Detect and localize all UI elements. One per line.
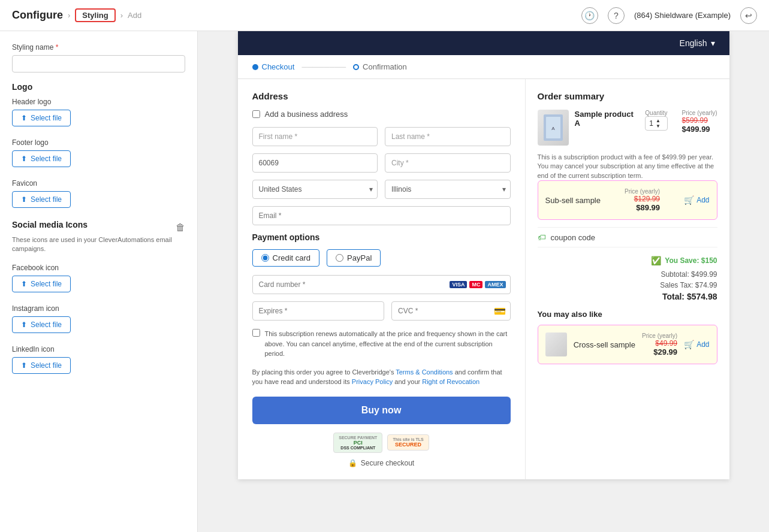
quantity-stepper[interactable]: ▲▼	[656, 118, 661, 129]
payment-options: Credit card PayPal	[252, 249, 511, 267]
secure-checkout-row: 🔒 Secure checkout	[252, 459, 511, 467]
crosssell-original: $49.99	[655, 339, 677, 347]
terms-link[interactable]: Terms & Conditions	[396, 368, 453, 376]
social-media-title: Social media Icons	[12, 220, 88, 229]
linkedin-icon-select-button[interactable]: ⬆ Select file	[12, 357, 71, 374]
order-summary-title: Order summary	[538, 91, 717, 101]
product-image: A	[538, 110, 569, 146]
buy-now-button[interactable]: Buy now	[252, 397, 511, 424]
price-final: $499.99	[682, 125, 717, 134]
paypal-option[interactable]: PayPal	[327, 249, 381, 267]
subsell-price-label: Price (yearly)	[625, 188, 660, 195]
subscription-checkbox[interactable]	[252, 329, 260, 337]
tls-badge-title: This site is TLS	[393, 437, 423, 442]
favicon-select-button[interactable]: ⬆ Select file	[12, 191, 71, 208]
revocation-link[interactable]: Right of Revocation	[422, 378, 480, 385]
trash-icon[interactable]: 🗑	[176, 222, 185, 233]
crosssell-pricing: Price (yearly) $49.99 $29.99	[642, 332, 677, 356]
terms-prefix: By placing this order you agree to Cleve…	[252, 368, 396, 376]
visa-icon: VISA	[450, 281, 467, 288]
business-address-label: Add a business address	[265, 110, 348, 119]
expiry-cvc-row: 💳	[252, 301, 511, 321]
upload-icon-favicon: ⬆	[21, 195, 27, 204]
credit-card-option[interactable]: Credit card	[252, 249, 320, 267]
confirmation-tab-dot	[353, 64, 359, 70]
header-logo-select-button[interactable]: ⬆ Select file	[12, 110, 71, 126]
savings-row: ✅ You Save: $150	[538, 256, 717, 265]
crosssell-price-label: Price (yearly)	[642, 332, 677, 339]
subtotal-line: Subtotal: $499.99	[538, 270, 717, 279]
checkout-tabs: Checkout ──────── Confirmation	[238, 55, 729, 79]
paypal-radio[interactable]	[336, 254, 343, 262]
upload-icon-li: ⬆	[21, 361, 27, 370]
tab-confirmation[interactable]: Confirmation	[353, 62, 407, 71]
social-media-row: Social media Icons 🗑	[12, 220, 185, 235]
last-name-input[interactable]	[385, 127, 511, 146]
confirmation-tab-label: Confirmation	[363, 62, 407, 71]
first-name-input[interactable]	[252, 127, 378, 146]
cvc-wrapper: 💳	[391, 301, 511, 321]
subscription-terms-row: This subscription renews automatically a…	[252, 329, 511, 359]
crosssell-add-label: Add	[696, 340, 709, 349]
tab-checkout[interactable]: Checkout	[252, 62, 295, 71]
mastercard-icon: MC	[469, 281, 482, 288]
cvc-input[interactable]	[391, 301, 511, 321]
select-file-label-ig: Select file	[31, 321, 62, 329]
last-name-field	[385, 127, 511, 146]
first-name-field	[252, 127, 378, 146]
add-tab[interactable]: Add	[128, 11, 141, 20]
coupon-row[interactable]: 🏷 coupon code	[538, 227, 717, 247]
logo-section-title: Logo	[12, 82, 185, 92]
checkout-header: English ▾	[238, 31, 729, 55]
product-name: Sample product A	[575, 110, 640, 128]
expires-input[interactable]	[252, 301, 385, 321]
footer-logo-select-button[interactable]: ⬆ Select file	[12, 150, 71, 167]
user-icon[interactable]: ↩	[740, 7, 757, 24]
zip-input[interactable]	[252, 153, 378, 173]
crosssell-box: Cross-sell sample Price (yearly) $49.99 …	[538, 325, 717, 364]
country-state-row: United States Illinois	[252, 180, 511, 199]
card-icons: VISA MC AMEX	[450, 281, 505, 288]
checkout-tab-dot	[252, 64, 258, 70]
facebook-icon-select-button[interactable]: ⬆ Select file	[12, 276, 71, 292]
upload-icon-footer: ⬆	[21, 155, 27, 163]
email-input[interactable]	[252, 206, 511, 225]
checkout-container: English ▾ Checkout ──────── Confirmation	[238, 31, 729, 479]
country-select[interactable]: United States	[252, 180, 378, 199]
price-original: $599.99	[682, 116, 717, 125]
breadcrumb-separator: ›	[68, 11, 70, 20]
also-like-title: You may also like	[538, 310, 717, 319]
crosssell-add-button[interactable]: 🛒 Add	[684, 340, 709, 349]
checkout-form: Address Add a business address	[238, 79, 526, 479]
privacy-link[interactable]: Privacy Policy	[352, 378, 393, 385]
state-select[interactable]: Illinois	[385, 180, 511, 199]
terms-agree: By placing this order you agree to Cleve…	[252, 367, 511, 387]
help-icon[interactable]: ?	[608, 7, 625, 24]
subsell-add-button[interactable]: 🛒 Add	[684, 195, 709, 205]
styling-name-input[interactable]	[12, 55, 185, 72]
coupon-text: coupon code	[551, 233, 595, 242]
main-layout: Styling name * Logo Header logo ⬆ Select…	[0, 31, 769, 532]
instagram-icon-select-button[interactable]: ⬆ Select file	[12, 316, 71, 333]
subsell-final: $89.99	[636, 203, 660, 212]
styling-tab[interactable]: Styling	[75, 8, 115, 22]
crosssell-info: Cross-sell sample	[574, 340, 635, 349]
city-field	[385, 153, 511, 173]
business-address-checkbox[interactable]	[252, 110, 260, 118]
zip-field	[252, 153, 378, 173]
language-select[interactable]: English ▾	[680, 38, 715, 48]
left-sidebar: Styling name * Logo Header logo ⬆ Select…	[0, 31, 198, 532]
crosssell-image	[545, 332, 567, 356]
select-file-label-li: Select file	[31, 361, 62, 370]
city-input[interactable]	[385, 153, 511, 173]
amex-icon: AMEX	[485, 281, 505, 288]
credit-card-radio[interactable]	[261, 254, 269, 262]
quantity-control[interactable]: 1 ▲▼	[645, 116, 667, 131]
security-badges: SECURE PAYMENT PCI DSS COMPLIANT This si…	[252, 433, 511, 453]
terms-and2: and your	[393, 378, 422, 385]
product-info: Sample product A	[575, 110, 640, 128]
history-icon[interactable]: 🕐	[581, 7, 598, 24]
payment-heading: Payment options	[252, 232, 511, 242]
language-label: English	[680, 38, 707, 48]
credit-card-label: Credit card	[273, 253, 311, 262]
